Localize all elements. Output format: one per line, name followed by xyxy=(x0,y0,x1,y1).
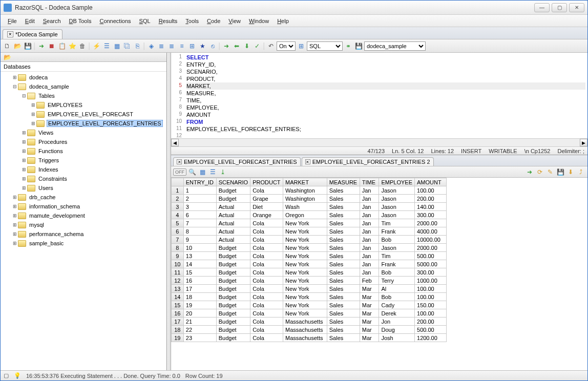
table-row[interactable]: 57ActualColaNew YorkSalesJanTim2000.00 xyxy=(172,219,587,227)
cell[interactable]: 3 xyxy=(183,203,216,211)
menu-code[interactable]: Code xyxy=(203,16,224,26)
lightning-icon[interactable]: ⚡ xyxy=(92,41,101,51)
expander-icon[interactable]: ⊟ xyxy=(12,84,18,89)
col-entry_id[interactable]: ENTRY_ID xyxy=(183,178,216,186)
cell[interactable]: Jason xyxy=(379,203,415,211)
cell[interactable]: Actual xyxy=(216,203,250,211)
cell[interactable]: New York xyxy=(283,309,327,318)
cell[interactable]: Budget xyxy=(216,285,250,293)
cell[interactable]: Sales xyxy=(327,293,360,301)
cell[interactable]: 10000.00 xyxy=(415,236,447,244)
connect-icon[interactable]: ➜ xyxy=(37,41,46,51)
col-scenario[interactable]: SCENARIO xyxy=(216,178,250,186)
menu-search[interactable]: Search xyxy=(39,16,65,26)
cell[interactable]: Actual xyxy=(216,219,250,227)
table-row[interactable]: 1620BudgetColaNew YorkSalesMarDerek100.0… xyxy=(172,309,587,318)
cell[interactable]: Budget xyxy=(216,252,250,260)
cell[interactable]: 2000.00 xyxy=(415,219,447,227)
table-row[interactable]: 79ActualColaNew YorkSalesJanBob10000.00 xyxy=(172,236,587,244)
cell[interactable]: 20 xyxy=(183,309,216,318)
cell[interactable]: Jan xyxy=(360,219,379,227)
cell[interactable]: Grape xyxy=(250,195,283,203)
panel-icon[interactable]: ⊞ xyxy=(297,41,306,51)
cell[interactable]: 16 xyxy=(183,277,216,285)
copy-icon[interactable]: 📋 xyxy=(57,41,67,51)
cell[interactable]: 19 xyxy=(183,301,216,309)
cell[interactable]: New York xyxy=(283,227,327,236)
import-icon[interactable]: ⬇ xyxy=(566,167,575,177)
cell[interactable]: Tim xyxy=(379,252,415,260)
expander-icon[interactable]: ⊞ xyxy=(30,102,36,108)
cell[interactable]: Cola xyxy=(250,293,283,301)
cell[interactable]: Mar xyxy=(360,326,379,334)
sort-icon[interactable]: ≡ xyxy=(177,41,186,51)
tree-item-dodeca[interactable]: ⊞dodeca xyxy=(1,73,166,82)
cell[interactable]: Cola xyxy=(250,334,283,342)
cell[interactable]: Sales xyxy=(327,301,360,309)
col-market[interactable]: MARKET xyxy=(283,178,327,186)
cell[interactable]: Budget xyxy=(216,268,250,277)
menu-edit[interactable]: Edit xyxy=(21,16,39,26)
col-product[interactable]: PRODUCT xyxy=(250,178,283,186)
menu-file[interactable]: File xyxy=(4,16,21,26)
star-icon[interactable]: ★ xyxy=(198,41,207,51)
cell[interactable]: Sales xyxy=(327,227,360,236)
diamond-icon[interactable]: ◈ xyxy=(146,41,156,51)
cell[interactable]: Jason xyxy=(379,195,415,203)
menu-db-tools[interactable]: DB Tools xyxy=(65,16,96,26)
cell[interactable]: Orange xyxy=(250,211,283,219)
cell[interactable]: Jon xyxy=(379,318,415,326)
table-row[interactable]: 1317BudgetColaNew YorkSalesMarAl100.00 xyxy=(172,285,587,293)
cell[interactable]: New York xyxy=(283,268,327,277)
tree-item-tables[interactable]: ⊟Tables xyxy=(1,91,166,100)
cell[interactable]: Budget xyxy=(216,277,250,285)
table-row[interactable]: 810BudgetColaNew YorkSalesJanJason2000.0… xyxy=(172,244,587,252)
cell[interactable]: Bob xyxy=(379,268,415,277)
reload-icon[interactable]: ⟳ xyxy=(535,167,544,177)
cell[interactable]: Jason xyxy=(379,186,415,195)
table-row[interactable]: 22BudgetGrapeWashingtonSalesJanJason200.… xyxy=(172,195,587,203)
cell[interactable]: 150.00 xyxy=(415,301,447,309)
close-icon[interactable]: ✕ xyxy=(177,159,182,164)
run-forward-icon[interactable]: ➜ xyxy=(222,41,231,51)
file-tab[interactable]: ✕ *Dodeca Sample xyxy=(3,29,62,39)
cell[interactable]: Jason xyxy=(379,244,415,252)
cell[interactable]: Washington xyxy=(283,186,327,195)
table-row[interactable]: 1216BudgetColaNew YorkSalesFebTerry1000.… xyxy=(172,277,587,285)
expander-icon[interactable]: ⊞ xyxy=(12,75,18,80)
cell[interactable]: Sales xyxy=(327,211,360,219)
table-row[interactable]: 1519BudgetColaNew YorkSalesMarCady150.00 xyxy=(172,301,587,309)
cell[interactable]: Sales xyxy=(327,186,360,195)
cell[interactable]: Sales xyxy=(327,309,360,318)
expander-icon[interactable]: ⊞ xyxy=(21,176,27,181)
menu-view[interactable]: View xyxy=(224,16,245,26)
cell[interactable]: Washington xyxy=(283,195,327,203)
tree-item-views[interactable]: ⊞Views xyxy=(1,128,166,137)
menu-connections[interactable]: Connections xyxy=(95,16,135,26)
cell[interactable]: Josh xyxy=(379,334,415,342)
cell[interactable]: 200.00 xyxy=(415,195,447,203)
cell[interactable]: 1 xyxy=(183,186,216,195)
cell[interactable]: Jan xyxy=(360,211,379,219)
tree-item-employees[interactable]: ⊞EMPLOYEES xyxy=(1,100,166,110)
cell[interactable]: 6 xyxy=(183,211,216,219)
cell[interactable]: 10 xyxy=(183,244,216,252)
cell[interactable]: Budget xyxy=(216,318,250,326)
tree-item-employee_level_forecast_entries[interactable]: ⊞EMPLOYEE_LEVEL_FORECAST_ENTRIES xyxy=(1,119,166,128)
indent-left-icon[interactable]: ≣ xyxy=(157,41,166,51)
save-result-icon[interactable]: 💾 xyxy=(354,41,363,51)
cell[interactable]: Cola xyxy=(250,326,283,334)
cell[interactable]: Cola xyxy=(250,186,283,195)
cell[interactable]: Cola xyxy=(250,236,283,244)
cell[interactable]: New York xyxy=(283,277,327,285)
cell[interactable]: Frank xyxy=(379,227,415,236)
results-tab-1[interactable]: ✕EMPLOYEE_LEVEL_FORECAST_ENTRIES 2 xyxy=(302,157,434,166)
cell[interactable]: Budget xyxy=(216,301,250,309)
list-icon[interactable]: ☰ xyxy=(102,41,111,51)
col-employee[interactable]: EMPLOYEE xyxy=(379,178,415,186)
cell[interactable]: Sales xyxy=(327,318,360,326)
link-icon[interactable]: ⚭ xyxy=(344,41,353,51)
indent-right-icon[interactable]: ≣ xyxy=(167,41,176,51)
cell[interactable]: Feb xyxy=(360,277,379,285)
table-row[interactable]: 1822BudgetColaMassachusettsSalesMarDoug5… xyxy=(172,326,587,334)
